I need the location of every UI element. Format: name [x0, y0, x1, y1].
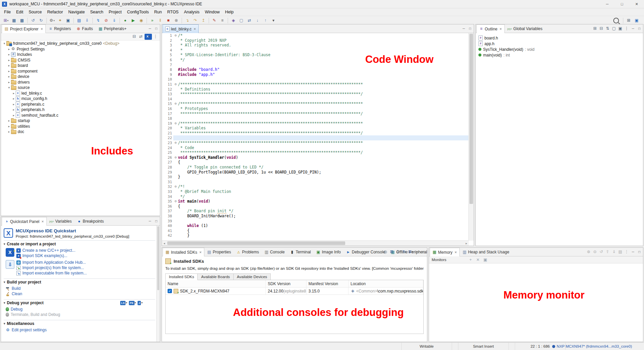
- tree-twistie-icon[interactable]: ▸: [7, 130, 11, 133]
- scrollbar-thumb[interactable]: [469, 34, 473, 204]
- flash-programmer-icon[interactable]: ↯: [94, 17, 102, 24]
- section-header[interactable]: ▾Debug your projectLS▾PE▾J▾: [4, 301, 155, 306]
- tab-peripherals+[interactable]: ▦Peripherals+: [95, 24, 129, 33]
- tree-twistie-icon[interactable]: ▾: [2, 42, 6, 45]
- tree-twistie-icon[interactable]: ▾: [7, 86, 11, 89]
- minimize-view-icon[interactable]: ─: [147, 218, 153, 224]
- new-c-project-icon[interactable]: ▤: [75, 17, 83, 24]
- minimize-view-icon[interactable]: ─: [147, 26, 153, 32]
- link-with-editor-icon[interactable]: ⇄: [138, 34, 144, 40]
- tab-properties[interactable]: ▤Properties: [204, 248, 234, 256]
- menu-source[interactable]: Source: [26, 9, 45, 15]
- toggle-comment-icon[interactable]: ≡: [219, 17, 226, 24]
- debug-bug-icon[interactable]: ●: [122, 17, 129, 24]
- twistie-icon[interactable]: ▾: [4, 280, 5, 284]
- sort-icon[interactable]: ⇅: [605, 26, 611, 32]
- add-monitor-icon[interactable]: ⊕: [586, 249, 592, 255]
- step-into-icon[interactable]: ↴: [184, 17, 191, 24]
- maximize-view-icon[interactable]: □: [636, 26, 642, 32]
- tree-item-mcux-config-h[interactable]: ▸hmcux_config.h: [1, 96, 160, 102]
- tree-item-project-settings[interactable]: ▸⚙Project Settings: [1, 46, 160, 52]
- minimize-view-icon[interactable]: ─: [630, 249, 636, 255]
- close-tab-icon[interactable]: ✕: [199, 251, 202, 254]
- view-menu-icon[interactable]: ⋮: [153, 34, 159, 40]
- tree-twistie-icon[interactable]: ▸: [12, 108, 16, 111]
- search-icon[interactable]: [613, 18, 619, 23]
- scrollbar-thumb[interactable]: [157, 226, 159, 290]
- tree-item-peripherals-h[interactable]: ▸hperipherals.h: [1, 107, 160, 113]
- tree-item-board[interactable]: ▸board: [1, 63, 160, 69]
- close-tab-icon[interactable]: ✕: [40, 27, 43, 31]
- twistie-icon[interactable]: ▾: [4, 322, 5, 325]
- probe-ls-dropdown[interactable]: LS▾: [120, 301, 127, 305]
- tree-item-doc[interactable]: ▸doc: [1, 129, 160, 135]
- tab-terminal[interactable]: ▮Terminal: [287, 248, 313, 256]
- external-tools-icon[interactable]: ◈: [230, 17, 237, 24]
- close-tab-icon[interactable]: ✕: [454, 251, 457, 254]
- status-debug-target[interactable]: NXP MCXN947* (frdmmcxn94...m33_core0): [552, 343, 632, 350]
- mark-occurrences-icon[interactable]: ✎: [211, 17, 218, 24]
- close-tab-icon[interactable]: ✕: [41, 220, 44, 223]
- menu-edit[interactable]: Edit: [13, 9, 26, 15]
- import-memory-icon[interactable]: ⇓: [611, 249, 617, 255]
- remove-memory-monitor-icon[interactable]: ✕: [476, 258, 480, 262]
- sdk-table-row[interactable]: ✓SDK_2.x_FRDM-MCXN94724.12.00 (epluginsi…: [166, 287, 423, 295]
- build-icon[interactable]: ⚙: [48, 17, 56, 24]
- menu-rtos[interactable]: RTOS: [165, 9, 181, 15]
- close-tab-icon[interactable]: ✕: [194, 27, 196, 31]
- menu-search[interactable]: Search: [87, 9, 106, 15]
- column-header-sdk-version[interactable]: SDK Version: [266, 280, 306, 287]
- tree-item-device[interactable]: ▸device: [1, 74, 160, 80]
- fold-marker-icon[interactable]: ⊖: [173, 121, 178, 126]
- tab-memory[interactable]: ▦Memory✕: [430, 248, 460, 256]
- twistie-icon[interactable]: ▾: [4, 301, 5, 305]
- layout-icon[interactable]: ▤: [617, 249, 623, 255]
- outline-item-board-h[interactable]: #board.h: [476, 35, 643, 41]
- disconnect-icon[interactable]: ⊗: [173, 17, 180, 24]
- tree-twistie-icon[interactable]: ▸: [7, 59, 11, 62]
- clean-icon[interactable]: ✦: [56, 17, 64, 24]
- menu-file[interactable]: File: [1, 9, 13, 15]
- tree-item-frdmmcxn947-led-blinky-peripheral-cm33-core0[interactable]: ▾frdmmcxn947_led_blinky_peripheral_cm33_…: [1, 41, 160, 46]
- menu-help[interactable]: Help: [222, 9, 236, 15]
- save-all-icon[interactable]: ▩: [18, 17, 26, 24]
- tab-faults[interactable]: ⊗Faults: [74, 24, 96, 33]
- tree-twistie-icon[interactable]: ▸: [7, 125, 11, 128]
- fold-marker-icon[interactable]: ⊖: [173, 101, 178, 106]
- erase-flash-icon[interactable]: ⊘: [102, 17, 110, 24]
- scroll-left-icon[interactable]: ◂: [162, 242, 167, 245]
- open-perspective-icon[interactable]: ⊞: [625, 17, 632, 24]
- collapse-all-icon[interactable]: ⊟: [131, 34, 137, 40]
- tree-twistie-icon[interactable]: ▸: [7, 70, 11, 73]
- prev-annotation-icon[interactable]: ↑: [262, 17, 269, 24]
- subtab-available-devices[interactable]: Available Devices: [234, 273, 271, 280]
- tab-led-blinky-c[interactable]: cled_blinky.c✕: [163, 24, 199, 33]
- gui-flash-icon[interactable]: ⇓: [111, 17, 118, 24]
- subtab-installed-sdks[interactable]: Installed SDKs: [165, 273, 198, 280]
- quickstart-scrollbar[interactable]: [156, 226, 160, 342]
- section-header[interactable]: ▾Build your project: [4, 280, 155, 285]
- editor-horizontal-scrollbar[interactable]: ◂ ▸: [162, 240, 469, 246]
- probe-j-dropdown[interactable]: J▾: [138, 301, 143, 305]
- fold-marker-icon[interactable]: ⊖: [173, 140, 178, 145]
- quickstart-link-create-a-new-c-c++-project[interactable]: XCreate a new C/C++ project...: [16, 248, 75, 253]
- scroll-right-icon[interactable]: ▸: [464, 242, 469, 245]
- close-window-button[interactable]: ✕: [629, 0, 644, 8]
- section-header[interactable]: ▾Miscellaneous: [4, 321, 155, 327]
- tree-item-source[interactable]: ▾source: [1, 85, 160, 91]
- outline-item-app-h[interactable]: #app.h: [476, 41, 643, 46]
- working-set-icon[interactable]: X: [145, 34, 152, 40]
- minimize-view-icon[interactable]: ─: [414, 249, 420, 255]
- tab-debugger-console[interactable]: ▶Debugger Console: [344, 248, 388, 256]
- fold-marker-icon[interactable]: ⊖: [173, 184, 178, 189]
- import-sdk-icon[interactable]: ⇩: [83, 17, 91, 24]
- subtab-available-boards[interactable]: Available Boards: [198, 273, 233, 280]
- develop-perspective-icon[interactable]: ▣: [633, 17, 640, 24]
- refresh-icon[interactable]: ↻: [401, 249, 407, 255]
- new-wizard-icon[interactable]: ⊞: [2, 17, 10, 24]
- minimize-view-icon[interactable]: ─: [461, 26, 467, 32]
- terminate-icon[interactable]: ■: [165, 17, 172, 24]
- sdk-checkbox[interactable]: ✓: [168, 289, 172, 293]
- tab-console[interactable]: ▥Console: [262, 248, 287, 256]
- tree-twistie-icon[interactable]: ▸: [7, 81, 11, 84]
